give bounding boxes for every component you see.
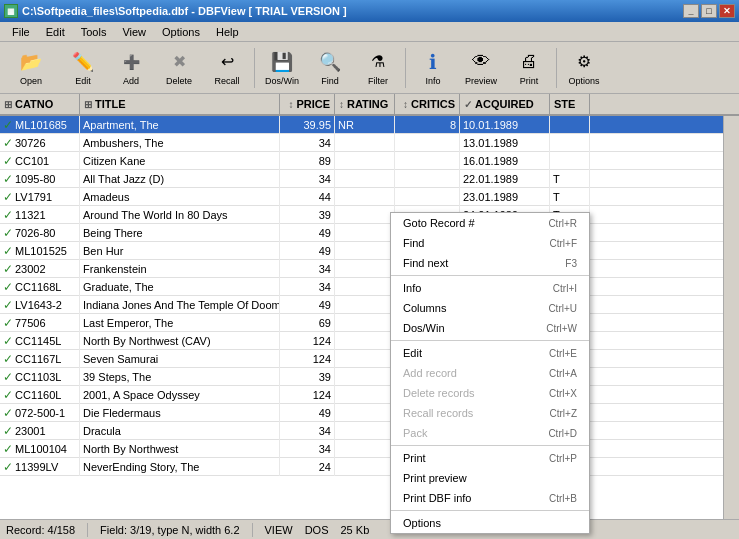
- minimize-button[interactable]: _: [683, 4, 699, 18]
- table-row[interactable]: ✓7026-80Being There4925.01.1989T: [0, 224, 739, 242]
- context-menu-item[interactable]: EditCtrl+E: [391, 343, 589, 363]
- table-row[interactable]: ✓CC1103L39 Steps, The3916.02.1989F: [0, 368, 739, 386]
- menu-help[interactable]: Help: [208, 24, 247, 40]
- context-menu-item-label: Pack: [403, 427, 427, 439]
- delete-label: Delete: [166, 76, 192, 86]
- col-header-title[interactable]: ⊞ TITLE: [80, 94, 280, 115]
- row-check-icon: ✓: [3, 136, 13, 150]
- menu-view[interactable]: View: [114, 24, 154, 40]
- table-row[interactable]: ✓11321Around The World In 80 Days3924.01…: [0, 206, 739, 224]
- recall-button[interactable]: Recall: [204, 45, 250, 91]
- context-menu-shortcut: Ctrl+W: [546, 323, 577, 334]
- grid-cell: 124: [280, 386, 335, 404]
- menu-tools[interactable]: Tools: [73, 24, 115, 40]
- col-header-critics[interactable]: ↕ CRITICS: [395, 94, 460, 115]
- doswin-button[interactable]: Dos/Win: [259, 45, 305, 91]
- context-menu-item[interactable]: Print preview: [391, 468, 589, 488]
- print-button[interactable]: Print: [506, 45, 552, 91]
- grid-cell: T: [550, 170, 590, 188]
- grid-cell: [335, 278, 395, 296]
- context-menu-item[interactable]: Dos/WinCtrl+W: [391, 318, 589, 338]
- context-menu-item-label: Find: [403, 237, 424, 249]
- context-menu-item-label: Options: [403, 517, 441, 529]
- app-icon: ▦: [4, 4, 18, 18]
- context-menu-item-label: Delete records: [403, 387, 475, 399]
- grid-cell: [550, 134, 590, 152]
- grid-cell: Frankenstein: [80, 260, 280, 278]
- table-row[interactable]: ✓23002Frankenstein3403.02.1989: [0, 260, 739, 278]
- col-header-catno[interactable]: ⊞ CATNO: [0, 94, 80, 115]
- menu-options[interactable]: Options: [154, 24, 208, 40]
- row-check-icon: ✓: [3, 370, 13, 384]
- table-row[interactable]: ✓CC1167LSeven Samurai12412.02.1989T: [0, 350, 739, 368]
- status-dos: DOS: [305, 524, 329, 536]
- open-button[interactable]: Open: [4, 45, 58, 91]
- col-header-price[interactable]: ↕ PRICE: [280, 94, 335, 115]
- grid-cell: [335, 188, 395, 206]
- info-label: Info: [425, 76, 440, 86]
- context-menu-item[interactable]: PrintCtrl+P: [391, 448, 589, 468]
- find-button[interactable]: Find: [307, 45, 353, 91]
- status-bar: Record: 4/158 Field: 3/19, type N, width…: [0, 519, 739, 539]
- filter-button[interactable]: Filter: [355, 45, 401, 91]
- info-icon: [421, 50, 445, 74]
- grid-cell: ✓23001: [0, 422, 80, 440]
- grid-cell: ✓CC1103L: [0, 368, 80, 386]
- table-row[interactable]: ✓30726Ambushers, The3413.01.1989: [0, 134, 739, 152]
- delete-button[interactable]: Delete: [156, 45, 202, 91]
- close-button[interactable]: ✕: [719, 4, 735, 18]
- table-row[interactable]: ✓CC101Citizen Kane8916.01.1989: [0, 152, 739, 170]
- maximize-button[interactable]: □: [701, 4, 717, 18]
- table-row[interactable]: ✓ML101525Ben Hur4926.01.1989T: [0, 242, 739, 260]
- grid-scrollbar[interactable]: [723, 116, 739, 519]
- table-row[interactable]: ✓1095-80All That Jazz (D)3422.01.1989T: [0, 170, 739, 188]
- table-row[interactable]: ✓77506Last Emperor, The6907.02.1989T: [0, 314, 739, 332]
- info-button[interactable]: Info: [410, 45, 456, 91]
- context-menu-item[interactable]: Goto Record #Ctrl+R: [391, 213, 589, 233]
- open-icon: [19, 50, 43, 74]
- context-menu-item[interactable]: Find nextF3: [391, 253, 589, 273]
- context-menu-item[interactable]: ColumnsCtrl+U: [391, 298, 589, 318]
- table-row[interactable]: ✓23001Dracula3421.02.1989T: [0, 422, 739, 440]
- grid-cell: ✓LV1643-2: [0, 296, 80, 314]
- menu-edit[interactable]: Edit: [38, 24, 73, 40]
- grid-cell: 22.01.1989: [460, 170, 550, 188]
- table-row[interactable]: ✓LV1643-2Indiana Jones And The Temple Of…: [0, 296, 739, 314]
- grid-cell: [550, 116, 590, 134]
- preview-button[interactable]: Preview: [458, 45, 504, 91]
- options-button[interactable]: Options: [561, 45, 607, 91]
- table-row[interactable]: ✓072-500-1Die Fledermaus4920.02.1989T: [0, 404, 739, 422]
- grid-cell: ✓CC101: [0, 152, 80, 170]
- col-header-ste[interactable]: STE: [550, 94, 590, 115]
- context-menu-item[interactable]: Print DBF infoCtrl+B: [391, 488, 589, 508]
- table-row[interactable]: ✓LV1791Amadeus4423.01.1989T: [0, 188, 739, 206]
- grid-cell: 124: [280, 332, 335, 350]
- menu-file[interactable]: File: [4, 24, 38, 40]
- table-row[interactable]: ✓11399LVNeverEnding Story, The2407.03.19…: [0, 458, 739, 476]
- context-menu-shortcut: Ctrl+U: [548, 303, 577, 314]
- col-header-acquired[interactable]: ✓ ACQUIRED: [460, 94, 550, 115]
- context-menu-shortcut: Ctrl+F: [550, 238, 578, 249]
- col-header-rating[interactable]: ↕ RATING: [335, 94, 395, 115]
- table-row[interactable]: ✓CC1160L2001, A Space Odyssey12417.02.19…: [0, 386, 739, 404]
- grid-cell: Amadeus: [80, 188, 280, 206]
- context-menu-item-label: Columns: [403, 302, 446, 314]
- context-menu-shortcut: Ctrl+B: [549, 493, 577, 504]
- grid-cell: ✓LV1791: [0, 188, 80, 206]
- table-row[interactable]: ✓ML100104North By Northwest3406.03.1989T: [0, 440, 739, 458]
- grid-cell: Being There: [80, 224, 280, 242]
- table-row[interactable]: ✓ML101685Apartment, The39.95NR810.01.198…: [0, 116, 739, 134]
- context-menu-item[interactable]: Options: [391, 513, 589, 533]
- context-menu-item[interactable]: InfoCtrl+I: [391, 278, 589, 298]
- grid-cell: ✓ML101685: [0, 116, 80, 134]
- data-grid[interactable]: ⊞ CATNO ⊞ TITLE ↕ PRICE ↕ RATING ↕ CRITI…: [0, 94, 739, 519]
- edit-button[interactable]: Edit: [60, 45, 106, 91]
- grid-cell: 34: [280, 134, 335, 152]
- grid-cell: [550, 152, 590, 170]
- context-menu-item[interactable]: FindCtrl+F: [391, 233, 589, 253]
- row-check-icon: ✓: [3, 244, 13, 258]
- table-row[interactable]: ✓CC1145LNorth By Northwest (CAV)12409.02…: [0, 332, 739, 350]
- add-button[interactable]: Add: [108, 45, 154, 91]
- table-row[interactable]: ✓CC1168LGraduate, The3404.02.1989T: [0, 278, 739, 296]
- grid-body[interactable]: ✓ML101685Apartment, The39.95NR810.01.198…: [0, 116, 739, 519]
